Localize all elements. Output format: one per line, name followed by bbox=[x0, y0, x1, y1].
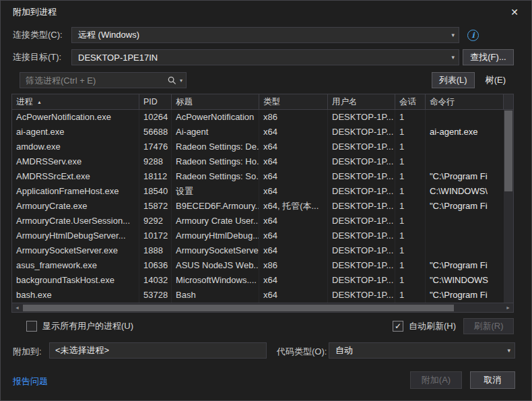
table-row[interactable]: AMDRSSrcExt.exe 18112 Radeon Settings: S… bbox=[12, 169, 504, 184]
column-header-session[interactable]: 会话 bbox=[395, 94, 426, 109]
cell-pid: 9288 bbox=[139, 154, 172, 169]
info-icon[interactable]: i bbox=[467, 30, 479, 41]
column-header-username[interactable]: 用户名 bbox=[328, 94, 395, 109]
sort-ascending-icon: ▲ bbox=[37, 100, 42, 104]
chevron-down-icon[interactable]: ▾ bbox=[180, 78, 182, 84]
vertical-scrollbar[interactable] bbox=[504, 110, 513, 303]
table-row[interactable]: ArmouryCrate.UserSession... 9292 Armoury… bbox=[12, 214, 504, 228]
cell-commandline: C:\WINDOWS\ bbox=[426, 184, 504, 199]
cell-commandline: "C:\Program Fi bbox=[426, 258, 504, 273]
cell-username: DESKTOP-1P... bbox=[328, 199, 395, 214]
cell-type: x64 bbox=[259, 169, 328, 184]
cancel-button[interactable]: 取消 bbox=[470, 371, 515, 389]
column-header-process[interactable]: 进程 ▲ bbox=[12, 94, 139, 109]
cell-title: ArmourySocketServer bbox=[172, 243, 259, 258]
connection-type-value: 远程 (Windows) bbox=[78, 29, 139, 41]
cell-process: ArmouryCrate.UserSession... bbox=[12, 214, 139, 228]
table-row[interactable]: ai-agent.exe 56688 Ai-agent x64 DESKTOP-… bbox=[12, 125, 504, 140]
cell-type: x64 bbox=[259, 243, 328, 258]
cancel-button-label: 取消 bbox=[484, 374, 502, 386]
table-row[interactable]: ApplicationFrameHost.exe 18540 设置 x64 DE… bbox=[12, 184, 504, 199]
report-problem-link[interactable]: 报告问题 bbox=[13, 375, 48, 388]
cell-pid: 15872 bbox=[139, 199, 172, 214]
scroll-right-icon[interactable]: ► bbox=[503, 303, 513, 312]
search-icon[interactable] bbox=[167, 75, 177, 86]
column-header-title[interactable]: 标题 bbox=[172, 94, 259, 109]
cell-pid: 53728 bbox=[139, 288, 172, 303]
horizontal-scrollbar[interactable]: ◄ ► bbox=[12, 303, 513, 312]
process-table-body: AcPowerNotification.exe 10264 AcPowerNot… bbox=[12, 110, 513, 303]
cell-pid: 9292 bbox=[139, 214, 172, 228]
cell-pid: 10636 bbox=[139, 258, 172, 273]
table-row[interactable]: bash.exe 53728 Bash x64 DESKTOP-1P... 1 … bbox=[12, 288, 504, 303]
code-type-label: 代码类型(O): bbox=[277, 346, 327, 358]
cell-commandline: "C:\WINDOWS bbox=[426, 273, 504, 288]
cell-commandline: "C:\Program Fi bbox=[426, 288, 504, 303]
table-row[interactable]: ArmourySocketServer.exe 1888 ArmourySock… bbox=[12, 243, 504, 258]
auto-refresh-checkbox[interactable]: ✓ bbox=[393, 321, 403, 332]
cell-type: x64 bbox=[259, 184, 328, 199]
cell-title: MicrosoftWindows.... bbox=[172, 273, 259, 288]
cell-title: Bash bbox=[172, 288, 259, 303]
vertical-scrollbar-thumb[interactable] bbox=[504, 111, 512, 191]
chevron-down-icon: ▾ bbox=[446, 32, 455, 38]
cell-commandline: "C:\Program Fi bbox=[426, 169, 504, 184]
scroll-left-icon[interactable]: ◄ bbox=[12, 303, 22, 312]
search-input[interactable] bbox=[20, 75, 167, 86]
cell-title: Radeon Settings: De... bbox=[172, 140, 259, 154]
cell-session: 1 bbox=[395, 243, 426, 258]
table-row[interactable]: asus_framework.exe 10636 ASUS NodeJS Web… bbox=[12, 258, 504, 273]
cell-session: 1 bbox=[395, 184, 426, 199]
table-row[interactable]: AcPowerNotification.exe 10264 AcPowerNot… bbox=[12, 110, 504, 125]
close-icon[interactable]: ✕ bbox=[507, 5, 522, 20]
cell-type: x64 bbox=[259, 228, 328, 243]
tab-list-label: 列表(L) bbox=[439, 74, 467, 86]
cell-type: x64 bbox=[259, 125, 328, 140]
process-table: 进程 ▲ PID 标题 类型 用户名 会话 命令行 bbox=[11, 94, 514, 313]
code-type-value: 自动 bbox=[335, 344, 353, 357]
cell-commandline bbox=[426, 228, 504, 243]
table-row[interactable]: backgroundTaskHost.exe 14032 MicrosoftWi… bbox=[12, 273, 504, 288]
attach-button[interactable]: 附加(A) bbox=[410, 371, 462, 389]
filter-processes-searchbox[interactable]: ▾ bbox=[20, 72, 187, 88]
column-header-pid[interactable]: PID bbox=[139, 94, 172, 109]
cell-session: 1 bbox=[395, 125, 426, 140]
column-header-label: 会话 bbox=[399, 96, 416, 108]
connection-target-value: DESKTOP-1PE17IN bbox=[78, 53, 158, 63]
code-type-dropdown[interactable]: 自动 ▾ bbox=[329, 342, 515, 359]
attach-button-label: 附加(A) bbox=[422, 374, 451, 386]
table-row[interactable]: AMDRSServ.exe 9288 Radeon Settings: Ho..… bbox=[12, 154, 504, 169]
attach-to-field: <未选择进程> bbox=[49, 342, 267, 359]
refresh-button[interactable]: 刷新(R) bbox=[463, 318, 514, 334]
table-row[interactable]: ArmouryCrate.exe 15872 B9ECED6F.Armoury.… bbox=[12, 199, 504, 214]
cell-process: asus_framework.exe bbox=[12, 258, 139, 273]
find-button[interactable]: 查找(F)... bbox=[463, 49, 514, 65]
cell-process: ai-agent.exe bbox=[12, 125, 139, 140]
column-header-type[interactable]: 类型 bbox=[259, 94, 328, 109]
table-row[interactable]: amdow.exe 17476 Radeon Settings: De... x… bbox=[12, 140, 504, 154]
cell-title: Radeon Settings: Ho... bbox=[172, 154, 259, 169]
cell-session: 1 bbox=[395, 214, 426, 228]
cell-pid: 1888 bbox=[139, 243, 172, 258]
show-all-users-checkbox[interactable] bbox=[26, 321, 37, 332]
connection-type-label: 连接类型(C): bbox=[13, 29, 71, 41]
cell-username: DESKTOP-1P... bbox=[328, 273, 395, 288]
tab-tree-view[interactable]: 树(E) bbox=[479, 72, 512, 88]
column-header-commandline[interactable]: 命令行 bbox=[426, 94, 504, 109]
cell-username: DESKTOP-1P... bbox=[328, 288, 395, 303]
tab-list-view[interactable]: 列表(L) bbox=[432, 72, 475, 88]
table-header: 进程 ▲ PID 标题 类型 用户名 会话 命令行 bbox=[12, 94, 513, 110]
chevron-down-icon: ▾ bbox=[502, 347, 510, 354]
horizontal-scrollbar-thumb[interactable] bbox=[23, 305, 454, 311]
cell-session: 1 bbox=[395, 228, 426, 243]
cell-commandline: "C:\Program Fi bbox=[426, 199, 504, 214]
auto-refresh-option: ✓ 自动刷新(H) bbox=[393, 320, 456, 332]
connection-target-row: 连接目标(T): DESKTOP-1PE17IN ▾ 查找(F)... bbox=[13, 49, 514, 65]
cell-username: DESKTOP-1P... bbox=[328, 154, 395, 169]
connection-target-dropdown[interactable]: DESKTOP-1PE17IN ▾ bbox=[71, 49, 459, 65]
column-header-label: 类型 bbox=[263, 96, 280, 108]
connection-type-dropdown[interactable]: 远程 (Windows) ▾ bbox=[71, 27, 459, 43]
cell-commandline bbox=[426, 110, 504, 125]
table-row[interactable]: ArmouryHtmlDebugServer... 10172 ArmouryH… bbox=[12, 228, 504, 243]
cell-type: x64 bbox=[259, 214, 328, 228]
